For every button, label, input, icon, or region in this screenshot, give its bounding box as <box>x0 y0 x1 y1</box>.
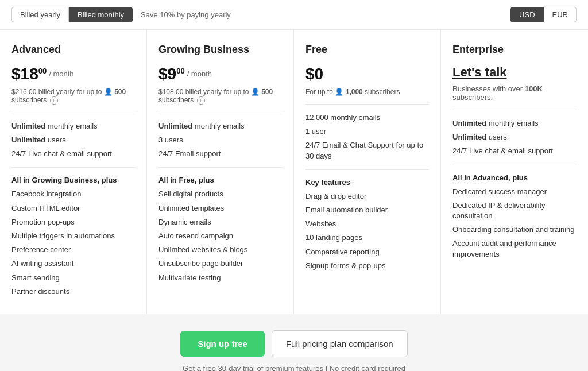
plan-growing-billed: $108.00 billed yearly for up to 👤 500 su… <box>158 88 282 105</box>
plan-free-feature-5: Comparative reporting <box>305 247 429 257</box>
plan-growing-price: $900 <box>158 65 185 83</box>
plan-growing-feature-1: Sell digital products <box>158 189 282 199</box>
plan-advanced-name: Advanced <box>11 44 135 56</box>
plan-growing-price-row: $900 / month <box>158 65 282 83</box>
plan-growing-dollar-sign: $9 <box>158 65 176 83</box>
plan-advanced-feature-5: Preference center <box>11 245 135 255</box>
bottom-cta: Sign up free Full pricing plan compariso… <box>0 314 588 371</box>
plan-advanced-emails: Unlimited monthly emails <box>11 121 135 132</box>
billing-bar: Billed yearly Billed monthly Save 10% by… <box>0 0 588 30</box>
plan-enterprise-desc: Businesses with over 100K subscribers. <box>452 84 577 102</box>
plan-growing-feature-2: Unlimited templates <box>158 203 282 214</box>
currency-usd-button[interactable]: USD <box>510 7 543 22</box>
plan-free-feature-6: Signup forms & pop-ups <box>305 261 429 271</box>
plan-advanced-feature-4: Multiple triggers in automations <box>11 231 135 241</box>
plans-container: Advanced $1800 / month $216.00 billed ye… <box>0 30 588 314</box>
cta-note: Get a free 30-day trial of premium featu… <box>183 364 405 371</box>
plan-free-emails: 12,000 monthly emails <box>305 113 429 123</box>
plan-free-users: 1 user <box>305 126 429 137</box>
plan-growing-feature-4: Auto resend campaign <box>158 231 282 241</box>
plan-enterprise: Enterprise Let's talk Businesses with ov… <box>441 30 588 314</box>
full-pricing-button[interactable]: Full pricing plan comparison <box>272 330 408 357</box>
plan-free: Free $0 For up to 👤 1,000 subscribers 12… <box>294 30 441 314</box>
plan-advanced-superscript: 00 <box>38 67 47 75</box>
plan-advanced-price-row: $1800 / month <box>11 65 135 83</box>
plan-advanced: Advanced $1800 / month $216.00 billed ye… <box>0 30 147 314</box>
plan-growing-per-month: / month <box>187 69 212 78</box>
save-text: Save 10% by paying yearly <box>141 10 231 19</box>
plan-enterprise-name: Enterprise <box>452 44 577 56</box>
plan-advanced-feature-8: Partner discounts <box>11 287 135 297</box>
plan-advanced-support: 24/7 Live chat & email support <box>11 149 135 159</box>
currency-eur-button[interactable]: EUR <box>544 7 577 22</box>
cta-buttons: Sign up free Full pricing plan compariso… <box>180 330 407 357</box>
plan-free-desc: For up to 👤 1,000 subscribers <box>305 88 429 96</box>
plan-free-feature-3: Websites <box>305 219 429 229</box>
plan-enterprise-emails: Unlimited monthly emails <box>452 118 577 129</box>
plan-advanced-users: Unlimited users <box>11 135 135 145</box>
plan-growing-emails: Unlimited monthly emails <box>158 121 282 132</box>
plan-enterprise-users: Unlimited users <box>452 132 577 142</box>
plan-enterprise-feature-2: Dedicated IP & deliverability consultati… <box>452 200 577 221</box>
plan-advanced-per-month: / month <box>49 69 74 78</box>
plan-free-feature-2: Email automation builder <box>305 205 429 215</box>
plan-growing-info-icon[interactable]: i <box>197 96 205 105</box>
plan-growing-feature-6: Unsubscribe page builder <box>158 258 282 269</box>
plan-advanced-feature-3: Promotion pop-ups <box>11 217 135 227</box>
plan-advanced-feature-1: Facebook integration <box>11 189 135 199</box>
plan-advanced-price: $1800 <box>11 65 47 83</box>
plan-enterprise-feature-3: Onboarding consultation and training <box>452 225 577 235</box>
plan-growing-feature-3: Dynamic emails <box>158 217 282 227</box>
plan-free-price-row: $0 <box>305 65 429 83</box>
plan-growing-business: Growing Business $900 / month $108.00 bi… <box>147 30 294 314</box>
plan-advanced-feature-2: Custom HTML editor <box>11 203 135 214</box>
plan-growing-support: 24/7 Email support <box>158 149 282 159</box>
plan-advanced-billed: $216.00 billed yearly for up to 👤 500 su… <box>11 88 135 105</box>
plan-growing-superscript: 00 <box>176 67 184 75</box>
currency-group: USD EUR <box>510 7 577 22</box>
plan-free-name: Free <box>305 44 429 56</box>
plan-enterprise-section-header: All in Advanced, plus <box>452 173 577 182</box>
plan-advanced-feature-7: Smart sending <box>11 273 135 283</box>
plan-advanced-info-icon[interactable]: i <box>50 96 58 105</box>
plan-enterprise-feature-4: Account audit and performance improvemen… <box>452 238 577 259</box>
plan-growing-feature-5: Unlimited websites & blogs <box>158 245 282 255</box>
billed-yearly-button[interactable]: Billed yearly <box>11 7 69 22</box>
plan-enterprise-feature-1: Dedicated success manager <box>452 187 577 197</box>
plan-free-feature-1: Drag & drop editor <box>305 191 429 202</box>
plan-growing-name: Growing Business <box>158 44 282 56</box>
plan-growing-users: 3 users <box>158 135 282 145</box>
plan-enterprise-support: 24/7 Live chat & email support <box>452 146 577 156</box>
plan-growing-section-header: All in Free, plus <box>158 176 282 184</box>
plan-free-price: $0 <box>305 65 323 83</box>
plan-free-section-header: Key features <box>305 178 429 187</box>
plan-advanced-section-header: All in Growing Business, plus <box>11 176 135 184</box>
billing-toggle: Billed yearly Billed monthly <box>11 7 133 22</box>
plan-free-feature-4: 10 landing pages <box>305 233 429 243</box>
billed-monthly-button[interactable]: Billed monthly <box>69 7 133 22</box>
plan-advanced-feature-6: AI writing assistant <box>11 258 135 269</box>
plan-growing-feature-7: Multivariate testing <box>158 273 282 283</box>
plan-enterprise-lets-talk: Let's talk <box>452 65 577 80</box>
signup-button[interactable]: Sign up free <box>180 331 265 357</box>
plan-advanced-dollar-sign: $18 <box>11 65 38 83</box>
plan-free-support: 24/7 Email & Chat Support for up to 30 d… <box>305 140 429 161</box>
